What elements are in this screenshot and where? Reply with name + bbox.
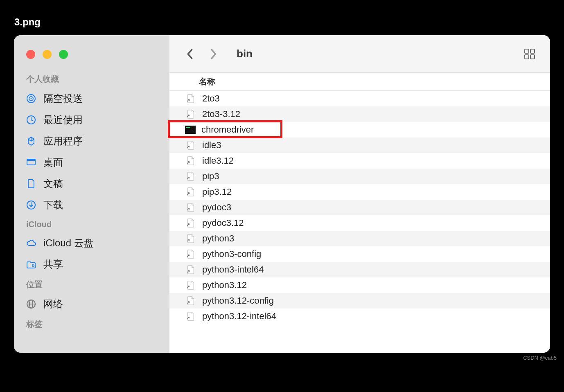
file-row[interactable]: 2to3 — [169, 91, 550, 106]
sidebar-section-label: iCloud — [14, 216, 169, 232]
sidebar-item-apps[interactable]: 应用程序 — [14, 131, 169, 152]
folder-title: bin — [237, 47, 253, 60]
sidebar-item-label: 网络 — [43, 297, 63, 311]
file-name: 2to3 — [202, 93, 220, 104]
alias-file-icon — [185, 295, 196, 306]
alias-file-icon — [185, 108, 196, 120]
file-name: idle3.12 — [202, 155, 234, 166]
minimize-window-button[interactable] — [43, 50, 52, 59]
doc-icon — [25, 178, 37, 189]
alias-file-icon — [185, 264, 196, 275]
alias-file-icon — [185, 311, 196, 322]
alias-file-icon — [185, 93, 196, 104]
cloud-icon — [25, 237, 37, 249]
file-row[interactable]: pip3.12 — [169, 184, 550, 200]
sidebar-item-download[interactable]: 下载 — [14, 194, 169, 216]
column-header-name[interactable]: 名称 — [169, 73, 550, 91]
file-row[interactable]: pydoc3 — [169, 200, 550, 215]
file-name: python3-intel64 — [202, 264, 264, 275]
sidebar: 个人收藏隔空投送最近使用应用程序桌面文稿下载iCloudiCloud 云盘共享位… — [14, 35, 169, 353]
sidebar-section-label: 个人收藏 — [14, 70, 169, 88]
airdrop-icon — [25, 93, 37, 104]
executable-icon — [185, 126, 196, 134]
svg-rect-1 — [530, 49, 535, 53]
sidebar-section-label: 标签 — [14, 315, 169, 333]
file-list: 2to32to3-3.12chromedriveridle3idle3.12pi… — [169, 91, 550, 353]
alias-file-icon — [185, 248, 196, 260]
alias-file-icon — [185, 217, 196, 229]
file-name: python3.12 — [202, 280, 247, 291]
sidebar-item-cloud[interactable]: iCloud 云盘 — [14, 232, 169, 254]
file-name: pydoc3 — [202, 202, 231, 213]
sidebar-item-network[interactable]: 网络 — [14, 293, 169, 315]
alias-file-icon — [185, 171, 196, 182]
file-row[interactable]: python3-config — [169, 246, 550, 262]
file-name: idle3 — [202, 140, 221, 151]
window-controls — [14, 43, 169, 70]
sidebar-item-label: iCloud 云盘 — [43, 237, 94, 250]
file-name: python3.12-config — [202, 295, 274, 306]
file-row[interactable]: python3.12-intel64 — [169, 309, 550, 324]
sidebar-item-label: 文稿 — [43, 177, 63, 190]
file-row[interactable]: 2to3-3.12 — [169, 106, 550, 122]
file-row[interactable]: python3.12-config — [169, 293, 550, 309]
file-name: python3.12-intel64 — [202, 311, 276, 322]
sidebar-section-label: 位置 — [14, 275, 169, 293]
sidebar-item-doc[interactable]: 文稿 — [14, 173, 169, 194]
finder-window: 个人收藏隔空投送最近使用应用程序桌面文稿下载iCloudiCloud 云盘共享位… — [14, 35, 550, 353]
network-icon — [25, 298, 37, 310]
sidebar-item-shared[interactable]: 共享 — [14, 254, 169, 275]
sidebar-item-label: 桌面 — [43, 156, 63, 169]
sidebar-item-label: 共享 — [43, 258, 63, 271]
sidebar-item-label: 隔空投送 — [43, 92, 83, 105]
file-row[interactable]: python3-intel64 — [169, 262, 550, 277]
file-name: pip3 — [202, 171, 219, 182]
svg-rect-2 — [525, 55, 529, 59]
shared-icon — [25, 259, 37, 270]
download-icon — [25, 199, 37, 211]
file-row[interactable]: python3.12 — [169, 277, 550, 293]
sidebar-item-airdrop[interactable]: 隔空投送 — [14, 88, 169, 109]
sidebar-item-clock[interactable]: 最近使用 — [14, 109, 169, 131]
watermark: CSDN @cab5 — [523, 355, 557, 361]
forward-button[interactable] — [205, 46, 222, 62]
file-name: python3 — [202, 233, 234, 244]
desktop-icon — [25, 157, 37, 168]
alias-file-icon — [185, 186, 196, 198]
sidebar-item-label: 下载 — [43, 198, 63, 212]
svg-rect-0 — [525, 49, 529, 53]
alias-file-icon — [185, 279, 196, 291]
alias-file-icon — [185, 140, 196, 151]
alias-file-icon — [185, 202, 196, 213]
file-name: python3-config — [202, 249, 261, 259]
image-tab-title: 3.png — [14, 16, 41, 28]
clock-icon — [25, 114, 37, 126]
alias-file-icon — [185, 233, 196, 244]
file-name: pydoc3.12 — [202, 218, 244, 228]
file-row[interactable]: idle3.12 — [169, 153, 550, 169]
view-options-button[interactable] — [521, 46, 538, 62]
file-row[interactable]: pip3 — [169, 169, 550, 184]
svg-rect-3 — [530, 55, 535, 59]
close-window-button[interactable] — [26, 50, 35, 59]
file-row[interactable]: chromedriver — [169, 122, 550, 137]
alias-file-icon — [185, 155, 196, 167]
file-name: 2to3-3.12 — [202, 109, 240, 119]
toolbar: bin — [169, 35, 550, 73]
main-panel: bin 名称 2to32to3-3.12chromedriveridle3idl… — [169, 35, 550, 353]
sidebar-item-label: 最近使用 — [43, 113, 83, 126]
apps-icon — [25, 135, 37, 147]
sidebar-item-label: 应用程序 — [43, 135, 83, 148]
file-row[interactable]: pydoc3.12 — [169, 215, 550, 231]
zoom-window-button[interactable] — [59, 50, 68, 59]
back-button[interactable] — [182, 46, 198, 62]
file-name: chromedriver — [201, 124, 254, 135]
sidebar-item-desktop[interactable]: 桌面 — [14, 152, 169, 173]
file-name: pip3.12 — [202, 187, 232, 197]
file-row[interactable]: python3 — [169, 231, 550, 246]
file-row[interactable]: idle3 — [169, 137, 550, 153]
